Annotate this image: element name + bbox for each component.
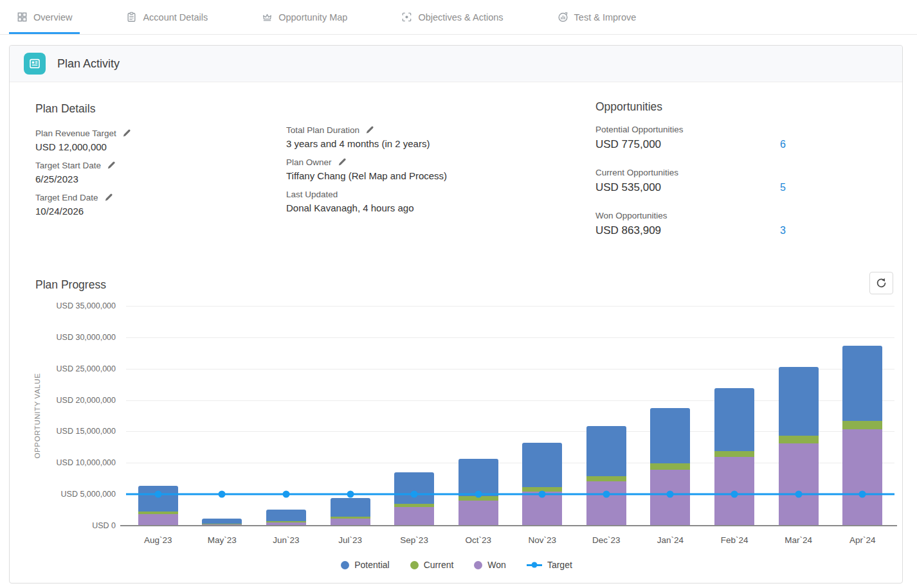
bar-segment-won[interactable] bbox=[586, 481, 626, 526]
y-tick-label: USD 25,000,000 bbox=[57, 364, 116, 373]
refresh-icon bbox=[875, 277, 887, 289]
opportunity-label: Won Opportunities bbox=[595, 211, 786, 220]
clipboard-icon bbox=[126, 12, 137, 22]
tab-objectives-actions[interactable]: Objectives & Actions bbox=[397, 0, 507, 34]
field-label: Target Start Date bbox=[35, 161, 101, 170]
bar-segment-potential[interactable] bbox=[266, 510, 306, 521]
edit-pencil-icon[interactable] bbox=[122, 129, 131, 138]
opportunity-value: USD 863,909 bbox=[595, 224, 661, 237]
bar-segment-potential[interactable] bbox=[586, 426, 626, 476]
tab-label: Objectives & Actions bbox=[418, 12, 503, 22]
plan-activity-document-icon bbox=[24, 53, 46, 75]
current-opportunities-item: Current Opportunities USD 535,000 5 bbox=[595, 168, 786, 194]
bar-segment-potential[interactable] bbox=[714, 388, 754, 451]
legend-item-potential[interactable]: Potential bbox=[341, 560, 389, 570]
potential-marker-icon bbox=[341, 561, 349, 569]
y-tick-label: USD 35,000,000 bbox=[57, 301, 116, 310]
target-point[interactable] bbox=[347, 491, 354, 498]
bar-segment-current[interactable] bbox=[394, 504, 434, 506]
field-label: Plan Owner bbox=[286, 157, 332, 167]
target-point[interactable] bbox=[667, 491, 674, 498]
bar-segment-won[interactable] bbox=[842, 429, 882, 526]
target-point[interactable] bbox=[154, 491, 161, 498]
bar-segment-current[interactable] bbox=[779, 436, 819, 443]
edit-pencil-icon[interactable] bbox=[337, 157, 347, 167]
legend-item-current[interactable]: Current bbox=[410, 560, 454, 570]
edit-pencil-icon[interactable] bbox=[106, 161, 116, 170]
field-value: Tiffany Chang (Rel Map and Process) bbox=[286, 170, 556, 181]
tab-label: Opportunity Map bbox=[278, 12, 347, 22]
x-tick-label: Jul`23 bbox=[338, 535, 362, 545]
legend-label: Won bbox=[487, 560, 506, 570]
x-tick-label: Aug`23 bbox=[144, 535, 172, 545]
field-label: Plan Revenue Target bbox=[35, 129, 116, 138]
bar-segment-current[interactable] bbox=[586, 476, 626, 481]
bar-segment-potential[interactable] bbox=[650, 408, 690, 463]
plan-activity-card: Plan Activity Plan Details Plan Revenue … bbox=[9, 45, 903, 584]
bar-segment-potential[interactable] bbox=[138, 486, 178, 511]
tab-label: Account Details bbox=[143, 12, 208, 22]
tab-overview[interactable]: Overview bbox=[13, 0, 76, 34]
field-label: Last Updated bbox=[286, 190, 338, 199]
won-marker-icon bbox=[474, 561, 482, 569]
bar-segment-won[interactable] bbox=[779, 443, 819, 526]
tab-account-details[interactable]: Account Details bbox=[122, 0, 212, 34]
target-point[interactable] bbox=[731, 491, 738, 498]
legend-item-won[interactable]: Won bbox=[474, 560, 506, 570]
bar-segment-current[interactable] bbox=[202, 524, 242, 524]
card-header: Plan Activity bbox=[10, 46, 902, 82]
panel-title: Plan Activity bbox=[57, 57, 120, 71]
bar-segment-potential[interactable] bbox=[202, 519, 242, 523]
bar-segment-potential[interactable] bbox=[394, 472, 434, 504]
won-count-link[interactable]: 3 bbox=[780, 225, 786, 236]
bar-segment-current[interactable] bbox=[650, 463, 690, 470]
plan-details-section: Plan Details Plan Revenue Target USD 12,… bbox=[35, 102, 254, 225]
x-axis-line bbox=[120, 525, 897, 526]
target-point[interactable] bbox=[539, 491, 546, 498]
bar-segment-current[interactable] bbox=[842, 421, 882, 429]
tab-opportunity-map[interactable]: Opportunity Map bbox=[258, 0, 351, 34]
y-tick-label: USD 20,000,000 bbox=[57, 396, 116, 405]
current-count-link[interactable]: 5 bbox=[780, 182, 786, 193]
refresh-button[interactable] bbox=[869, 272, 893, 294]
opportunities-heading: Opportunities bbox=[595, 100, 786, 114]
edit-pencil-icon[interactable] bbox=[365, 125, 374, 135]
target-point[interactable] bbox=[603, 491, 610, 498]
field-value: USD 12,000,000 bbox=[35, 141, 254, 152]
opportunity-value: USD 775,000 bbox=[595, 138, 661, 151]
bar-segment-current[interactable] bbox=[714, 451, 754, 457]
target-point[interactable] bbox=[219, 491, 226, 498]
bar-segment-current[interactable] bbox=[266, 521, 306, 522]
opportunity-label: Potential Opportunities bbox=[595, 125, 786, 134]
plan-progress-heading: Plan Progress bbox=[35, 278, 106, 292]
bar-segment-potential[interactable] bbox=[522, 443, 562, 487]
edit-pencil-icon[interactable] bbox=[104, 193, 113, 202]
legend-label: Current bbox=[424, 560, 454, 570]
x-tick-label: Dec`23 bbox=[592, 535, 621, 545]
y-tick-label: USD 15,000,000 bbox=[57, 427, 116, 436]
bar-segment-current[interactable] bbox=[138, 512, 178, 515]
bar-segment-won[interactable] bbox=[138, 514, 178, 526]
target-point[interactable] bbox=[475, 491, 482, 498]
target-point[interactable] bbox=[795, 491, 802, 498]
potential-count-link[interactable]: 6 bbox=[780, 139, 786, 150]
legend-item-target[interactable]: Target bbox=[527, 560, 572, 570]
target-point[interactable] bbox=[859, 491, 866, 498]
bar-segment-won[interactable] bbox=[459, 501, 498, 526]
field-last-updated: Last Updated Donal Kavanagh, 4 hours ago bbox=[286, 190, 556, 213]
field-plan-revenue-target: Plan Revenue Target USD 12,000,000 bbox=[35, 129, 254, 152]
bar-segment-won[interactable] bbox=[394, 507, 434, 526]
bar-segment-potential[interactable] bbox=[779, 367, 819, 436]
x-tick-label: Jan`24 bbox=[657, 535, 684, 545]
bar-segment-potential[interactable] bbox=[842, 346, 882, 421]
crown-icon bbox=[262, 12, 273, 22]
tab-test-improve[interactable]: Test & Improve bbox=[554, 0, 640, 34]
x-tick-label: Feb`24 bbox=[721, 535, 749, 545]
bar-segment-potential[interactable] bbox=[331, 498, 370, 517]
target-point[interactable] bbox=[282, 491, 289, 498]
won-opportunities-item: Won Opportunities USD 863,909 3 bbox=[595, 211, 786, 237]
bar-segment-current[interactable] bbox=[331, 517, 370, 519]
legend-label: Potential bbox=[354, 560, 389, 570]
target-point[interactable] bbox=[411, 491, 418, 498]
opportunity-value: USD 535,000 bbox=[595, 181, 661, 194]
